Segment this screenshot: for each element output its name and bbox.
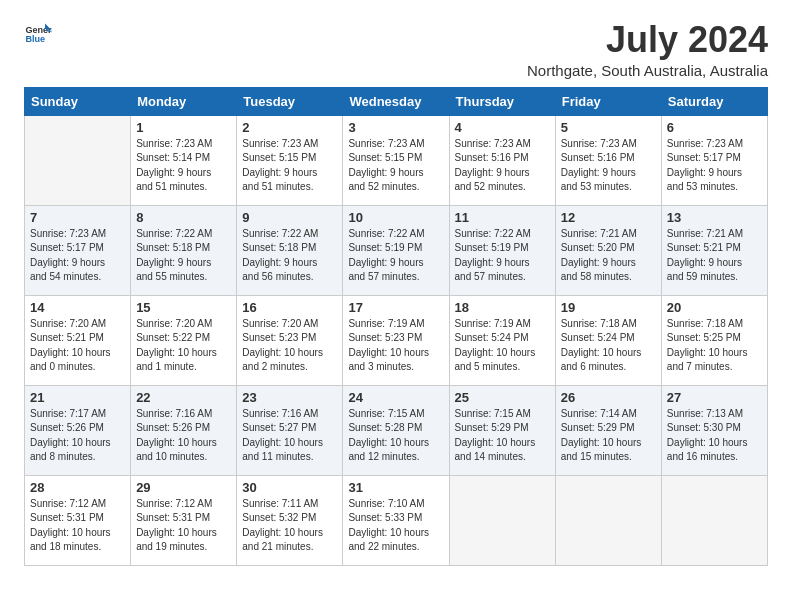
weekday-header-row: SundayMondayTuesdayWednesdayThursdayFrid… [25,87,768,115]
day-info: Sunrise: 7:23 AMSunset: 5:15 PMDaylight:… [242,137,337,195]
calendar-cell: 27Sunrise: 7:13 AMSunset: 5:30 PMDayligh… [661,385,767,475]
day-number: 25 [455,390,550,405]
calendar-cell: 16Sunrise: 7:20 AMSunset: 5:23 PMDayligh… [237,295,343,385]
location-subtitle: Northgate, South Australia, Australia [527,62,768,79]
page-header: General Blue July 2024 Northgate, South … [24,20,768,79]
calendar-cell: 26Sunrise: 7:14 AMSunset: 5:29 PMDayligh… [555,385,661,475]
calendar-cell: 13Sunrise: 7:21 AMSunset: 5:21 PMDayligh… [661,205,767,295]
weekday-header-saturday: Saturday [661,87,767,115]
day-info: Sunrise: 7:20 AMSunset: 5:22 PMDaylight:… [136,317,231,375]
day-number: 27 [667,390,762,405]
day-number: 17 [348,300,443,315]
calendar-cell: 18Sunrise: 7:19 AMSunset: 5:24 PMDayligh… [449,295,555,385]
calendar-cell: 31Sunrise: 7:10 AMSunset: 5:33 PMDayligh… [343,475,449,565]
day-number: 11 [455,210,550,225]
calendar-cell: 29Sunrise: 7:12 AMSunset: 5:31 PMDayligh… [131,475,237,565]
month-year-title: July 2024 [527,20,768,60]
day-info: Sunrise: 7:20 AMSunset: 5:23 PMDaylight:… [242,317,337,375]
calendar-cell: 22Sunrise: 7:16 AMSunset: 5:26 PMDayligh… [131,385,237,475]
day-info: Sunrise: 7:20 AMSunset: 5:21 PMDaylight:… [30,317,125,375]
calendar-week-row: 1Sunrise: 7:23 AMSunset: 5:14 PMDaylight… [25,115,768,205]
day-number: 1 [136,120,231,135]
day-info: Sunrise: 7:15 AMSunset: 5:29 PMDaylight:… [455,407,550,465]
weekday-header-thursday: Thursday [449,87,555,115]
calendar-cell: 12Sunrise: 7:21 AMSunset: 5:20 PMDayligh… [555,205,661,295]
weekday-header-tuesday: Tuesday [237,87,343,115]
calendar-cell: 8Sunrise: 7:22 AMSunset: 5:18 PMDaylight… [131,205,237,295]
day-info: Sunrise: 7:18 AMSunset: 5:24 PMDaylight:… [561,317,656,375]
calendar-cell: 10Sunrise: 7:22 AMSunset: 5:19 PMDayligh… [343,205,449,295]
day-number: 13 [667,210,762,225]
day-number: 14 [30,300,125,315]
day-number: 5 [561,120,656,135]
day-number: 28 [30,480,125,495]
calendar-cell [661,475,767,565]
calendar-cell: 4Sunrise: 7:23 AMSunset: 5:16 PMDaylight… [449,115,555,205]
day-info: Sunrise: 7:21 AMSunset: 5:21 PMDaylight:… [667,227,762,285]
day-info: Sunrise: 7:10 AMSunset: 5:33 PMDaylight:… [348,497,443,555]
weekday-header-friday: Friday [555,87,661,115]
calendar-cell [449,475,555,565]
day-info: Sunrise: 7:17 AMSunset: 5:26 PMDaylight:… [30,407,125,465]
logo: General Blue [24,20,52,48]
calendar-cell: 5Sunrise: 7:23 AMSunset: 5:16 PMDaylight… [555,115,661,205]
calendar-cell: 15Sunrise: 7:20 AMSunset: 5:22 PMDayligh… [131,295,237,385]
day-number: 20 [667,300,762,315]
calendar-week-row: 21Sunrise: 7:17 AMSunset: 5:26 PMDayligh… [25,385,768,475]
weekday-header-monday: Monday [131,87,237,115]
day-info: Sunrise: 7:22 AMSunset: 5:19 PMDaylight:… [455,227,550,285]
calendar-cell [555,475,661,565]
title-section: July 2024 Northgate, South Australia, Au… [527,20,768,79]
weekday-header-sunday: Sunday [25,87,131,115]
day-info: Sunrise: 7:19 AMSunset: 5:24 PMDaylight:… [455,317,550,375]
day-info: Sunrise: 7:22 AMSunset: 5:18 PMDaylight:… [136,227,231,285]
day-number: 22 [136,390,231,405]
day-info: Sunrise: 7:11 AMSunset: 5:32 PMDaylight:… [242,497,337,555]
logo-icon: General Blue [24,20,52,48]
day-number: 3 [348,120,443,135]
day-number: 31 [348,480,443,495]
day-info: Sunrise: 7:23 AMSunset: 5:17 PMDaylight:… [667,137,762,195]
day-number: 19 [561,300,656,315]
weekday-header-wednesday: Wednesday [343,87,449,115]
day-number: 4 [455,120,550,135]
calendar-cell: 23Sunrise: 7:16 AMSunset: 5:27 PMDayligh… [237,385,343,475]
day-info: Sunrise: 7:23 AMSunset: 5:16 PMDaylight:… [561,137,656,195]
day-info: Sunrise: 7:14 AMSunset: 5:29 PMDaylight:… [561,407,656,465]
calendar-cell: 20Sunrise: 7:18 AMSunset: 5:25 PMDayligh… [661,295,767,385]
day-info: Sunrise: 7:12 AMSunset: 5:31 PMDaylight:… [30,497,125,555]
day-number: 9 [242,210,337,225]
calendar-cell: 9Sunrise: 7:22 AMSunset: 5:18 PMDaylight… [237,205,343,295]
day-info: Sunrise: 7:13 AMSunset: 5:30 PMDaylight:… [667,407,762,465]
day-info: Sunrise: 7:23 AMSunset: 5:15 PMDaylight:… [348,137,443,195]
day-info: Sunrise: 7:18 AMSunset: 5:25 PMDaylight:… [667,317,762,375]
calendar-cell: 24Sunrise: 7:15 AMSunset: 5:28 PMDayligh… [343,385,449,475]
calendar-cell: 21Sunrise: 7:17 AMSunset: 5:26 PMDayligh… [25,385,131,475]
calendar-cell: 14Sunrise: 7:20 AMSunset: 5:21 PMDayligh… [25,295,131,385]
calendar-week-row: 7Sunrise: 7:23 AMSunset: 5:17 PMDaylight… [25,205,768,295]
calendar-week-row: 28Sunrise: 7:12 AMSunset: 5:31 PMDayligh… [25,475,768,565]
calendar-cell: 1Sunrise: 7:23 AMSunset: 5:14 PMDaylight… [131,115,237,205]
day-info: Sunrise: 7:23 AMSunset: 5:14 PMDaylight:… [136,137,231,195]
calendar-cell: 11Sunrise: 7:22 AMSunset: 5:19 PMDayligh… [449,205,555,295]
calendar-cell: 2Sunrise: 7:23 AMSunset: 5:15 PMDaylight… [237,115,343,205]
day-number: 12 [561,210,656,225]
day-number: 29 [136,480,231,495]
calendar-table: SundayMondayTuesdayWednesdayThursdayFrid… [24,87,768,566]
calendar-cell: 28Sunrise: 7:12 AMSunset: 5:31 PMDayligh… [25,475,131,565]
day-info: Sunrise: 7:16 AMSunset: 5:27 PMDaylight:… [242,407,337,465]
calendar-cell: 6Sunrise: 7:23 AMSunset: 5:17 PMDaylight… [661,115,767,205]
calendar-cell: 7Sunrise: 7:23 AMSunset: 5:17 PMDaylight… [25,205,131,295]
day-info: Sunrise: 7:16 AMSunset: 5:26 PMDaylight:… [136,407,231,465]
calendar-cell: 3Sunrise: 7:23 AMSunset: 5:15 PMDaylight… [343,115,449,205]
day-info: Sunrise: 7:22 AMSunset: 5:18 PMDaylight:… [242,227,337,285]
svg-text:Blue: Blue [25,34,45,44]
day-info: Sunrise: 7:23 AMSunset: 5:16 PMDaylight:… [455,137,550,195]
day-number: 18 [455,300,550,315]
day-info: Sunrise: 7:22 AMSunset: 5:19 PMDaylight:… [348,227,443,285]
day-number: 23 [242,390,337,405]
day-info: Sunrise: 7:21 AMSunset: 5:20 PMDaylight:… [561,227,656,285]
calendar-cell: 17Sunrise: 7:19 AMSunset: 5:23 PMDayligh… [343,295,449,385]
day-info: Sunrise: 7:15 AMSunset: 5:28 PMDaylight:… [348,407,443,465]
day-number: 2 [242,120,337,135]
